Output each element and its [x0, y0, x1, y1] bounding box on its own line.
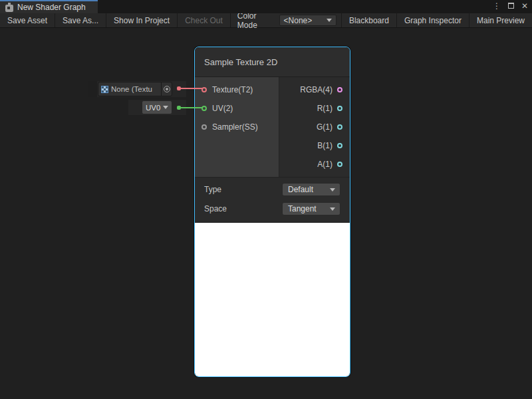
input-port-sampler[interactable]: Sampler(SS) — [195, 118, 279, 136]
texture-slot-cell — [88, 81, 97, 97]
type-setting-row: Type Default — [204, 183, 340, 196]
port-label: A(1) — [317, 160, 332, 169]
maximize-icon[interactable] — [506, 1, 515, 11]
port-ring-uv[interactable] — [201, 106, 207, 111]
uv-wire[interactable] — [180, 107, 202, 108]
port-label: Sampler(SS) — [212, 122, 258, 132]
object-picker-button[interactable] — [161, 82, 172, 96]
shader-graph-window: New Shader Graph ⋮ ✕ Save Asset Save As.… — [0, 0, 532, 399]
check-out-button: Check Out — [178, 13, 231, 27]
texture-object-field[interactable]: None (Textu — [98, 82, 172, 96]
node-preview — [195, 222, 350, 377]
tab-new-shader-graph[interactable]: New Shader Graph — [0, 0, 98, 13]
toolbar-right-group: Color Mode <None> Blackboard Graph Inspe… — [231, 13, 532, 27]
output-port-r[interactable]: R(1) — [279, 99, 350, 118]
window-controls: ⋮ ✕ — [492, 0, 529, 12]
chevron-down-icon — [330, 188, 335, 192]
port-label: Texture(T2) — [212, 85, 253, 94]
port-label: G(1) — [317, 122, 332, 132]
texture-input-widget: None (Textu — [88, 81, 186, 97]
texture-checker-icon — [101, 86, 108, 93]
type-label: Type — [204, 185, 221, 194]
color-mode-dropdown[interactable]: <None> — [279, 15, 336, 26]
type-dropdown[interactable]: Default — [282, 183, 340, 196]
chevron-down-icon — [330, 207, 335, 211]
node-title: Sample Texture 2D — [204, 57, 277, 67]
tab-bar: New Shader Graph ⋮ ✕ — [0, 0, 532, 13]
node-settings-area: Type Default Space Tangent — [195, 177, 350, 222]
shader-graph-icon — [5, 5, 13, 12]
blackboard-toggle-button[interactable]: Blackboard — [342, 13, 397, 27]
port-label: UV(2) — [212, 104, 233, 113]
output-port-g[interactable]: G(1) — [279, 118, 350, 136]
space-label: Space — [204, 204, 227, 213]
space-dropdown[interactable]: Tangent — [282, 202, 340, 215]
save-as-button[interactable]: Save As... — [55, 13, 106, 27]
space-setting-row: Space Tangent — [204, 202, 340, 215]
uv-channel-dropdown[interactable]: UV0 — [142, 100, 172, 114]
port-ring-sampler[interactable] — [201, 124, 207, 130]
port-ring-g[interactable] — [337, 124, 342, 130]
tab-title: New Shader Graph — [17, 3, 86, 12]
input-ports-panel: Texture(T2) UV(2) Sampler(SS) — [195, 77, 279, 177]
texture-wire[interactable] — [180, 88, 202, 89]
input-port-uv[interactable]: UV(2) — [195, 99, 279, 118]
port-ring-a[interactable] — [337, 162, 342, 167]
output-ports-panel: RGBA(4) R(1) G(1) B(1) — [279, 77, 350, 177]
node-port-area: Texture(T2) UV(2) Sampler(SS) RGBA(4) — [195, 76, 350, 177]
input-port-texture[interactable]: Texture(T2) — [195, 80, 279, 99]
node-sample-texture-2d[interactable]: Sample Texture 2D Texture(T2) UV(2) Samp… — [194, 47, 350, 377]
output-port-rgba[interactable]: RGBA(4) — [279, 80, 350, 99]
graph-inspector-toggle-button[interactable]: Graph Inspector — [397, 13, 469, 27]
show-in-project-button[interactable]: Show In Project — [106, 13, 178, 27]
chevron-down-icon — [327, 19, 332, 22]
port-label: R(1) — [317, 104, 332, 113]
port-ring-b[interactable] — [337, 143, 342, 148]
port-ring-texture[interactable] — [201, 87, 207, 92]
output-port-b[interactable]: B(1) — [279, 136, 350, 155]
output-port-a[interactable]: A(1) — [279, 155, 350, 174]
port-label: RGBA(4) — [300, 85, 332, 94]
space-value: Tangent — [288, 204, 317, 213]
main-preview-toggle-button[interactable]: Main Preview — [469, 13, 532, 27]
toolbar: Save Asset Save As... Show In Project Ch… — [0, 13, 532, 28]
type-value: Default — [288, 185, 313, 194]
port-ring-rgba[interactable] — [337, 87, 342, 92]
save-asset-button[interactable]: Save Asset — [0, 13, 55, 27]
object-picker-icon — [164, 86, 170, 92]
color-mode-value: <None> — [284, 16, 313, 25]
chevron-down-icon — [163, 106, 168, 109]
texture-field-value: None (Textu — [111, 85, 161, 93]
color-mode-label: Color Mode — [231, 13, 279, 27]
uv-dropdown-value: UV0 — [146, 104, 160, 112]
graph-canvas[interactable]: Sample Texture 2D Texture(T2) UV(2) Samp… — [0, 28, 532, 399]
port-label: B(1) — [317, 141, 332, 150]
port-ring-r[interactable] — [337, 106, 342, 111]
node-title-bar[interactable]: Sample Texture 2D — [195, 47, 350, 76]
kebab-menu-icon[interactable]: ⋮ — [492, 1, 501, 11]
close-icon[interactable]: ✕ — [520, 1, 529, 11]
